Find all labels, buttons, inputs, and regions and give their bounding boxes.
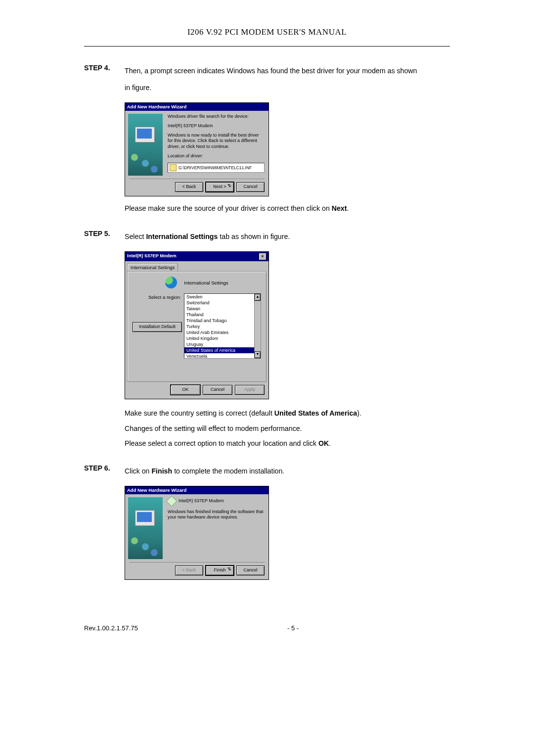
- back-button-2: < Back: [175, 566, 203, 575]
- region-option[interactable]: Uruguay: [184, 341, 261, 347]
- region-option[interactable]: Sweden: [184, 294, 261, 300]
- s4-cap-c: .: [347, 204, 349, 212]
- s5-p1a: Make sure the country setting is correct…: [125, 409, 274, 417]
- s4-cap-b: Next: [332, 204, 347, 212]
- region-listbox[interactable]: SwedenSwitzerlandTaiwanThailandTrinidad …: [184, 293, 261, 359]
- wizard-button-row: < Back Next > Cancel: [125, 179, 268, 196]
- panel-heading: International Settings: [184, 280, 228, 285]
- wizard2-sidebar-art: [128, 497, 163, 559]
- wizard-line3: Location of driver:: [168, 153, 265, 159]
- next-button-label: Next >: [213, 184, 226, 189]
- scroll-down-icon[interactable]: ▼: [255, 351, 261, 358]
- wizard-sidebar-art: [128, 114, 163, 176]
- region-option[interactable]: United Arab Emirates: [184, 330, 261, 335]
- wizard2-msg: Windows has finished installing the soft…: [168, 509, 265, 520]
- cancel-button[interactable]: Cancel: [236, 182, 265, 192]
- wizard-line1: Windows driver file search for the devic…: [168, 114, 265, 119]
- step-4-label: STEP 4.: [84, 64, 125, 72]
- s4-cap-a: Please make sure the source of your driv…: [125, 204, 332, 212]
- wizard2-text: Intel(R) 537EP Modem Windows has finishe…: [168, 497, 265, 559]
- wizard2-button-row: < Back Finish Cancel: [125, 563, 268, 579]
- folder-icon: [170, 164, 177, 171]
- s5-a: Select: [125, 233, 146, 240]
- s6-b: Finish: [151, 467, 172, 475]
- page-header: I206 V.92 PCI MODEM USER'S MANUAL: [84, 27, 450, 46]
- ok-button[interactable]: OK: [171, 385, 200, 395]
- s5-p2: Changes of the setting will effect to mo…: [125, 422, 450, 435]
- footer-page: - 5 -: [287, 624, 299, 632]
- scrollbar[interactable]: ▲ ▼: [254, 294, 261, 358]
- step-5-label: STEP 5.: [84, 230, 125, 237]
- driver-path: G:\DRIVERS\WIN98ME\INTELC11.INF: [178, 165, 252, 171]
- cursor-icon: [228, 186, 231, 188]
- region-option[interactable]: Thailand: [184, 312, 261, 318]
- scroll-up-icon[interactable]: ▲: [255, 294, 261, 301]
- step-6-body: Click on Finish to complete the modem in…: [125, 464, 450, 481]
- next-button[interactable]: Next >: [206, 182, 234, 192]
- step-6: STEP 6. Click on Finish to complete the …: [84, 464, 450, 481]
- s6-a: Click on: [125, 467, 151, 475]
- s6-c: to complete the modem installation.: [172, 467, 284, 475]
- tab-international-settings[interactable]: International Settings: [127, 263, 178, 271]
- finish-button-label: Finish: [214, 567, 225, 572]
- region-option[interactable]: United States of America: [184, 347, 261, 353]
- driver-location-field: G:\DRIVERS\WIN98ME\INTELC11.INF: [168, 163, 265, 173]
- globe-icon: [165, 277, 177, 288]
- cancel-button-3[interactable]: Cancel: [236, 566, 265, 575]
- region-option[interactable]: Taiwan: [184, 306, 261, 312]
- header-rule: [84, 46, 450, 47]
- region-option[interactable]: Switzerland: [184, 300, 261, 306]
- s5-p3a: Please select a correct option to match …: [125, 439, 318, 447]
- s5-p1b: United States of America: [274, 409, 357, 417]
- cancel-button-2[interactable]: Cancel: [203, 385, 232, 395]
- region-option[interactable]: Venezuela: [184, 353, 261, 359]
- step-6-label: STEP 6.: [84, 464, 125, 472]
- tab-panel: International Settings Select a region: …: [127, 271, 267, 382]
- step-5-body: Select International Settings tab as sho…: [125, 230, 450, 246]
- s5-p3c: .: [329, 439, 331, 447]
- footer: Rev.1.00.2.1.57.75 - 5 - .: [84, 624, 450, 632]
- step-4-text-b: in figure.: [125, 84, 151, 92]
- dialog-title-text: Intel(R) 537EP Modem: [127, 253, 177, 260]
- back-button[interactable]: < Back: [175, 182, 203, 192]
- step-4-body: Then, a prompt screen indicates Windows …: [125, 64, 450, 97]
- intel-modem-dialog: Intel(R) 537EP Modem × International Set…: [125, 251, 269, 399]
- device-icon: [166, 496, 178, 507]
- wizard-device: Intel(R) 537EP Modem: [168, 123, 265, 129]
- close-icon[interactable]: ×: [259, 253, 267, 260]
- apply-button[interactable]: Apply: [235, 385, 265, 395]
- s5-p3b: OK: [318, 439, 329, 447]
- step-5-notes: Make sure the country setting is correct…: [125, 406, 450, 450]
- s5-p1c: ).: [357, 409, 361, 417]
- wizard2-device: Intel(R) 537EP Modem: [178, 498, 223, 504]
- region-option[interactable]: Turkey: [184, 324, 261, 330]
- dialog-button-row: OK Cancel Apply: [125, 384, 268, 399]
- installation-default-button[interactable]: Installation Default: [133, 322, 182, 332]
- page: I206 V.92 PCI MODEM USER'S MANUAL STEP 4…: [57, 0, 477, 647]
- step-4-caption: Please make sure the source of your driv…: [125, 201, 450, 216]
- cursor-icon-2: [228, 569, 231, 571]
- wizard-driver-found: Add New Hardware Wizard Windows driver f…: [125, 102, 269, 196]
- step-5: STEP 5. Select International Settings ta…: [84, 230, 450, 246]
- s5-c: tab as shown in figure.: [218, 233, 290, 240]
- dialog-title-bar: Intel(R) 537EP Modem ×: [125, 252, 268, 261]
- region-option[interactable]: Trinidad and Tobago: [184, 318, 261, 324]
- wizard-text: Windows driver file search for the devic…: [168, 114, 265, 176]
- step-4: STEP 4. Then, a prompt screen indicates …: [84, 64, 450, 97]
- wizard2-title: Add New Hardware Wizard: [125, 486, 268, 494]
- listbox-options: SwedenSwitzerlandTaiwanThailandTrinidad …: [184, 294, 261, 359]
- wizard-title: Add New Hardware Wizard: [125, 103, 268, 111]
- region-option[interactable]: United Kingdom: [184, 335, 261, 341]
- footer-rev: Rev.1.00.2.1.57.75: [84, 624, 138, 632]
- wizard-line2: Windows is now ready to install the best…: [168, 133, 265, 149]
- s5-b: International Settings: [146, 233, 218, 240]
- finish-button[interactable]: Finish: [206, 566, 234, 575]
- wizard-finish: Add New Hardware Wizard Intel(R) 537EP M…: [125, 486, 269, 580]
- step-4-text-a: Then, a prompt screen indicates Windows …: [125, 67, 417, 75]
- select-region-label: Select a region:: [133, 293, 184, 300]
